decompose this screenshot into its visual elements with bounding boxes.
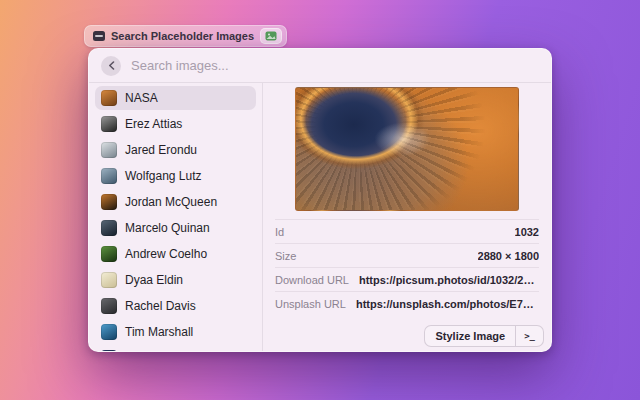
back-button[interactable]	[101, 56, 121, 76]
metadata-table: Id 1032 Size 2880 × 1800 Download URL ht…	[263, 219, 551, 315]
meta-row: Size 2880 × 1800	[275, 243, 539, 267]
window-icon	[93, 31, 105, 41]
meta-value: https://picsum.photos/id/1032/2880/1800	[359, 274, 539, 286]
list-item[interactable]: Jeremy Thomas	[95, 346, 256, 351]
photographer-name: Rachel Davis	[125, 299, 196, 313]
meta-label: Download URL	[275, 274, 349, 286]
image-badge	[260, 28, 282, 44]
photographer-thumbnail-icon	[101, 168, 117, 184]
list-item[interactable]: Rachel Davis	[95, 294, 256, 318]
meta-value: 1032	[515, 226, 539, 238]
meta-row: Id 1032	[275, 219, 539, 243]
photographer-name: Jordan McQueen	[125, 195, 217, 209]
preview-image	[295, 87, 519, 211]
chevron-left-icon	[108, 61, 115, 70]
meta-row: Download URL https://picsum.photos/id/10…	[275, 267, 539, 291]
list-item[interactable]: Erez Attias	[95, 112, 256, 136]
photographer-name: NASA	[125, 91, 158, 105]
photographer-thumbnail-icon	[101, 220, 117, 236]
window-content: NASA Erez Attias Jared Erondu Wolfgang L…	[89, 83, 551, 351]
meta-label: Unsplash URL	[275, 298, 346, 310]
photographer-name: Tim Marshall	[125, 325, 193, 339]
list-item[interactable]: NASA	[95, 86, 256, 110]
preview-area	[263, 83, 551, 217]
photographer-thumbnail-icon	[101, 350, 117, 351]
photographer-name: Erez Attias	[125, 117, 182, 131]
photographer-thumbnail-icon	[101, 90, 117, 106]
photographer-thumbnail-icon	[101, 142, 117, 158]
detail-panel: Id 1032 Size 2880 × 1800 Download URL ht…	[263, 83, 551, 351]
list-item[interactable]: Jordan McQueen	[95, 190, 256, 214]
command-tag-label: Search Placeholder Images	[111, 30, 254, 42]
list-item[interactable]: Andrew Coelho	[95, 242, 256, 266]
list-item[interactable]: Marcelo Quinan	[95, 216, 256, 240]
photographer-name: Jared Erondu	[125, 143, 197, 157]
list-item[interactable]: Jared Erondu	[95, 138, 256, 162]
image-icon	[265, 31, 277, 41]
photographer-thumbnail-icon	[101, 246, 117, 262]
actions-menu-button[interactable]: >_	[516, 326, 543, 346]
list-item[interactable]: Tim Marshall	[95, 320, 256, 344]
photographer-thumbnail-icon	[101, 272, 117, 288]
meta-value: https://unsplash.com/photos/E7q00J_8N7A	[356, 298, 539, 310]
results-list[interactable]: NASA Erez Attias Jared Erondu Wolfgang L…	[89, 83, 263, 351]
action-group: Stylize Image >_	[424, 325, 544, 347]
photographer-thumbnail-icon	[101, 194, 117, 210]
stylize-image-button[interactable]: Stylize Image	[425, 326, 515, 346]
list-item[interactable]: Wolfgang Lutz	[95, 164, 256, 188]
photographer-name: Marcelo Quinan	[125, 221, 210, 235]
photographer-name: Wolfgang Lutz	[125, 169, 202, 183]
meta-label: Size	[275, 250, 296, 262]
search-input[interactable]	[131, 58, 539, 73]
photographer-name: Dyaa Eldin	[125, 273, 183, 287]
terminal-prompt-icon: >_	[524, 331, 535, 341]
action-bar: Stylize Image >_	[424, 325, 544, 347]
meta-value: 2880 × 1800	[478, 250, 539, 262]
meta-row: Unsplash URL https://unsplash.com/photos…	[275, 291, 539, 315]
photographer-name: Andrew Coelho	[125, 247, 207, 261]
list-item[interactable]: Dyaa Eldin	[95, 268, 256, 292]
search-bar	[89, 49, 551, 83]
command-tag[interactable]: Search Placeholder Images	[84, 25, 287, 47]
photographer-thumbnail-icon	[101, 116, 117, 132]
photographer-thumbnail-icon	[101, 298, 117, 314]
meta-label: Id	[275, 226, 284, 238]
photographer-thumbnail-icon	[101, 324, 117, 340]
search-images-window: NASA Erez Attias Jared Erondu Wolfgang L…	[88, 48, 552, 352]
